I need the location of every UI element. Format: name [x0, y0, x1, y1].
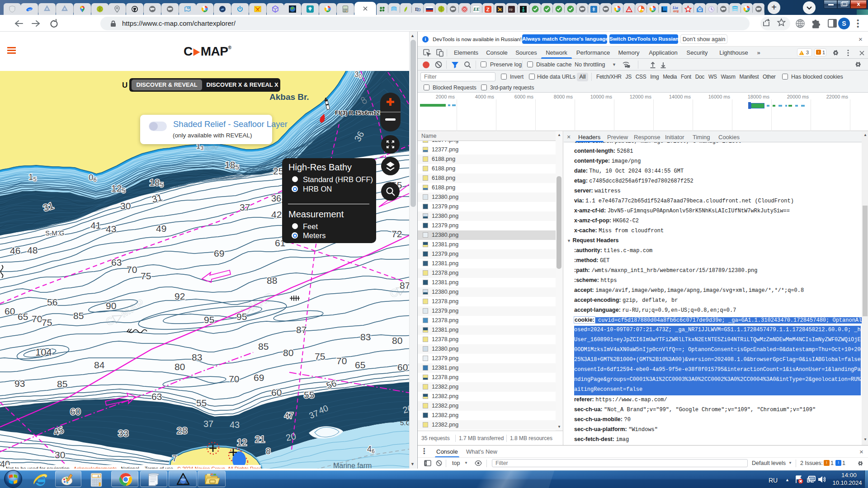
svg-text:60: 60	[397, 362, 408, 372]
svg-text:37: 37	[240, 202, 250, 212]
svg-text:104: 104	[35, 347, 52, 358]
svg-text:93: 93	[14, 378, 25, 389]
svg-text:41: 41	[90, 220, 101, 230]
svg-text:G: G	[698, 7, 702, 12]
svg-text:30: 30	[120, 201, 131, 211]
svg-text:43: 43	[230, 420, 240, 430]
svg-text:69: 69	[214, 248, 224, 258]
svg-text:Akbas Br.: Akbas Br.	[269, 92, 309, 102]
svg-text:5.G: 5.G	[400, 419, 409, 427]
svg-text:84: 84	[94, 360, 105, 370]
svg-text:69: 69	[254, 372, 264, 383]
svg-text:80: 80	[283, 347, 293, 358]
svg-text:org: org	[673, 9, 679, 13]
svg-text:95: 95	[236, 311, 247, 322]
svg-text:21: 21	[255, 434, 265, 444]
svg-text:56: 56	[47, 297, 57, 307]
svg-text:S.M.G: S.M.G	[45, 229, 65, 237]
svg-text:92: 92	[175, 291, 185, 301]
svg-text:55: 55	[304, 389, 314, 400]
svg-text:49: 49	[156, 223, 166, 234]
svg-text:D: D	[417, 7, 421, 12]
svg-text:65: 65	[355, 360, 365, 370]
svg-text:63: 63	[151, 391, 162, 402]
svg-text:re: re	[509, 7, 513, 11]
svg-text:90: 90	[106, 300, 116, 311]
svg-text:43: 43	[106, 224, 116, 234]
svg-text:!: !	[801, 52, 802, 55]
svg-text:80: 80	[175, 361, 185, 372]
svg-text:83: 83	[360, 332, 371, 342]
svg-text:75: 75	[42, 317, 52, 328]
svg-text:Z: Z	[486, 6, 490, 12]
svg-text:88: 88	[267, 275, 277, 286]
svg-text:12: 12	[237, 437, 247, 447]
svg-text:95: 95	[204, 314, 214, 325]
svg-text:28: 28	[177, 425, 187, 436]
svg-text:46: 46	[10, 245, 20, 256]
svg-text:EE: EE	[473, 7, 480, 12]
svg-text:U: U	[122, 81, 127, 89]
svg-text:60: 60	[5, 306, 15, 316]
svg-text:85: 85	[57, 379, 67, 389]
svg-text:33: 33	[118, 428, 128, 438]
svg-text:72: 72	[392, 229, 402, 239]
svg-text:8: 8	[266, 446, 271, 456]
svg-text:55: 55	[196, 398, 207, 408]
svg-text:75: 75	[315, 351, 325, 361]
svg-text:85: 85	[258, 341, 269, 352]
svg-text:75: 75	[141, 271, 151, 281]
svg-text:42: 42	[271, 209, 282, 220]
svg-text:70: 70	[336, 356, 347, 366]
svg-text:83: 83	[192, 352, 202, 362]
svg-text:85: 85	[73, 310, 84, 321]
svg-text:70: 70	[127, 264, 137, 275]
svg-text:7: 7	[172, 454, 177, 463]
svg-text:87: 87	[400, 280, 409, 291]
svg-text:87: 87	[296, 324, 307, 335]
svg-text:20: 20	[285, 431, 297, 443]
svg-text:80: 80	[392, 335, 402, 346]
svg-text:65: 65	[18, 311, 28, 322]
svg-text:37: 37	[203, 419, 213, 429]
svg-text:48: 48	[27, 245, 38, 255]
svg-text:30: 30	[55, 450, 65, 460]
svg-text:63: 63	[111, 257, 122, 267]
svg-text:70: 70	[229, 374, 239, 384]
svg-text:60: 60	[70, 406, 80, 417]
svg-text:47: 47	[284, 411, 293, 420]
svg-text:60: 60	[271, 387, 282, 398]
svg-text:Marine farm: Marine farm	[333, 462, 372, 469]
svg-text:Fl(3) R 15s6m12M: Fl(3) R 15s6m12M	[335, 109, 385, 116]
svg-text:70: 70	[32, 314, 42, 324]
